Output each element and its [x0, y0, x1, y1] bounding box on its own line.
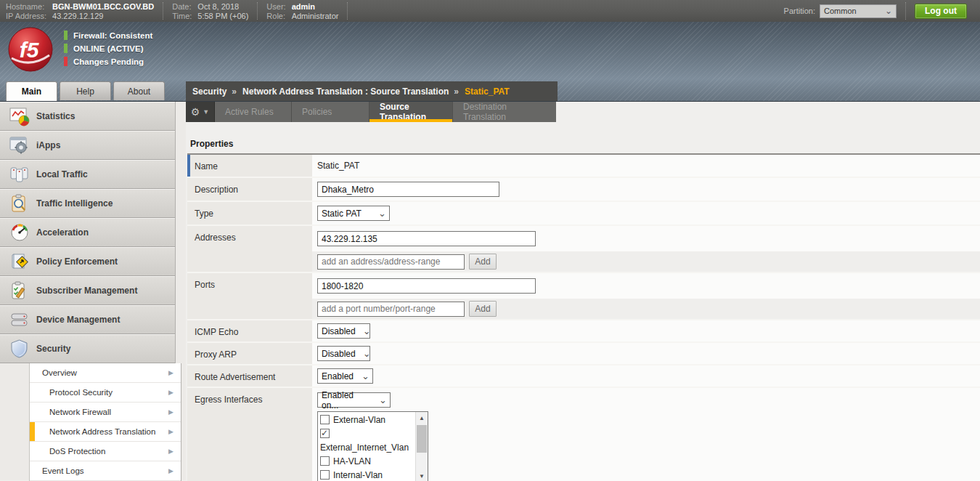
ports-field[interactable]: [317, 278, 536, 294]
sidebar-item-traffic-intelligence[interactable]: Traffic Intelligence: [0, 189, 175, 218]
form-row-description: Description: [187, 178, 980, 202]
checkbox[interactable]: [320, 470, 330, 480]
chevron-down-icon: ⌄: [363, 351, 371, 357]
tab-policies[interactable]: Policies: [292, 102, 369, 122]
submenu-item-overview[interactable]: Overview ▶: [30, 363, 181, 383]
addresses-label: Addresses: [187, 226, 312, 272]
traffic-intelligence-icon: [9, 193, 30, 214]
chevron-right-icon: ▶: [168, 467, 173, 474]
sidebar-item-device-management[interactable]: Device Management: [0, 305, 175, 334]
checkbox[interactable]: [320, 429, 330, 438]
properties-form: Name Static_PAT Description Type Static …: [187, 155, 980, 481]
security-submenu: Overview ▶ Protocol Security ▶ Network F…: [29, 363, 181, 481]
vlan-option-ha-vlan[interactable]: HA-VLAN: [320, 455, 415, 469]
submenu-item-protocol-security[interactable]: Protocol Security ▶: [30, 383, 181, 403]
sidebar-item-statistics[interactable]: Statistics: [0, 102, 175, 131]
chevron-right-icon: ▶: [168, 389, 173, 396]
online-status: ONLINE (ACTIVE): [73, 44, 143, 53]
tab-source-translation[interactable]: Source Translation: [369, 102, 453, 122]
breadcrumb-section[interactable]: Security: [192, 86, 226, 97]
statistics-chart-icon: [9, 106, 30, 126]
checkbox[interactable]: [320, 415, 330, 424]
sidebar-item-iapps[interactable]: iApps: [0, 131, 175, 160]
changes-pending-status[interactable]: Changes Pending: [73, 57, 144, 66]
sidebar-item-acceleration[interactable]: Acceleration: [0, 218, 175, 247]
breadcrumb-current: Static_PAT: [465, 86, 510, 97]
chevron-down-icon: ⌄: [378, 211, 386, 217]
vlan-option-external-vlan[interactable]: External-Vlan: [320, 413, 415, 427]
icmp-echo-selected-value: Disabled: [322, 326, 356, 336]
divider: [905, 2, 906, 20]
tab-destination-translation[interactable]: Destination Translation: [453, 102, 556, 122]
time-value: 5:58 PM (+06): [197, 12, 248, 20]
tab-about[interactable]: About: [113, 81, 165, 100]
role-label: Role:: [266, 12, 285, 20]
egress-interfaces-select[interactable]: Enabled on... ⌄: [317, 392, 391, 408]
breadcrumb-separator: »: [454, 86, 460, 97]
add-address-button[interactable]: Add: [469, 254, 497, 270]
add-port-input[interactable]: [317, 302, 465, 317]
listbox-scrollbar[interactable]: ▲ ▼: [415, 412, 428, 481]
tab-active-rules[interactable]: Active Rules: [215, 102, 292, 122]
svg-text:f5: f5: [20, 38, 40, 62]
sidebar-item-label: Policy Enforcement: [36, 256, 118, 267]
sidebar-item-label: Local Traffic: [36, 169, 88, 179]
icmp-echo-select[interactable]: Disabled ⌄: [317, 323, 370, 339]
checkbox[interactable]: [320, 456, 330, 466]
content-area: ⚙ ▼ Active Rules Policies Source Transla…: [186, 102, 980, 480]
logout-button[interactable]: Log out: [915, 4, 967, 19]
submenu-item-network-firewall[interactable]: Network Firewall ▶: [30, 403, 181, 422]
type-select[interactable]: Static PAT ⌄: [317, 206, 390, 221]
submenu-item-event-logs[interactable]: Event Logs ▶: [30, 461, 181, 481]
submenu-item-dos-protection[interactable]: DoS Protection ▶: [30, 442, 181, 461]
route-advertisement-select[interactable]: Enabled ⌄: [317, 368, 373, 384]
add-port-button[interactable]: Add: [469, 301, 497, 317]
add-address-input[interactable]: [317, 254, 465, 270]
partition-select[interactable]: Common ⌄: [820, 4, 897, 18]
sidebar-item-label: Acceleration: [36, 227, 89, 238]
tab-help[interactable]: Help: [60, 81, 111, 100]
subscriber-management-icon: [9, 280, 30, 301]
role-value: Administrator: [292, 12, 339, 20]
scroll-down-icon[interactable]: ▼: [416, 470, 428, 481]
host-info: Hostname: BGN-BWM01.BCC.GOV.BD IP Addres…: [6, 1, 154, 22]
header-banner: f5 Firewall: Consistent ONLINE (ACTIVE) …: [0, 22, 980, 102]
proxy-arp-label: Proxy ARP: [187, 343, 312, 364]
sidebar-item-subscriber-management[interactable]: Subscriber Management: [0, 276, 175, 305]
name-value: Static_PAT: [317, 161, 980, 171]
tab-main[interactable]: Main: [6, 81, 57, 101]
scrollbar-track[interactable]: [416, 424, 428, 470]
name-label: Name: [187, 155, 312, 177]
divider: [163, 2, 163, 20]
form-row-type: Type Static PAT ⌄: [187, 202, 980, 226]
section-tabstrip: ⚙ ▼ Active Rules Policies Source Transla…: [186, 102, 558, 122]
top-bar: Hostname: BGN-BWM01.BCC.GOV.BD IP Addres…: [0, 0, 980, 22]
breadcrumb-separator: »: [232, 86, 237, 97]
gear-icon: ⚙: [191, 107, 200, 117]
scroll-up-icon[interactable]: ▲: [416, 412, 428, 424]
status-indicator-green: [64, 44, 68, 53]
sidebar-item-policy-enforcement[interactable]: Policy Enforcement: [0, 247, 175, 276]
sidebar-item-label: Device Management: [36, 315, 120, 325]
date-label: Date:: [172, 2, 192, 11]
sidebar-item-security[interactable]: Security: [0, 334, 175, 363]
acceleration-gauge-icon: [9, 222, 30, 243]
sidebar-item-local-traffic[interactable]: Local Traffic: [0, 160, 175, 189]
form-row-egress-interfaces: Egress Interfaces Enabled on... ⌄ Extern…: [187, 388, 980, 481]
egress-vlan-listbox: External-Vlan External_Internet_Vlan HA-…: [317, 411, 428, 481]
ip-value: 43.229.12.129: [52, 12, 154, 20]
vlan-option-internal-vlan[interactable]: Internal-Vlan: [320, 469, 415, 481]
divider: [257, 2, 258, 20]
options-gear-button[interactable]: ⚙ ▼: [186, 102, 215, 122]
device-status-list: Firewall: Consistent ONLINE (ACTIVE) Cha…: [64, 31, 152, 70]
scrollbar-thumb[interactable]: [417, 425, 427, 453]
date-info: Date: Oct 8, 2018 Time: 5:58 PM (+06): [172, 1, 248, 22]
divider: [347, 2, 348, 20]
proxy-arp-select[interactable]: Disabled ⌄: [317, 346, 370, 361]
submenu-item-network-address-translation[interactable]: Network Address Translation ▶: [30, 422, 181, 442]
status-row: Changes Pending: [64, 57, 152, 66]
description-field[interactable]: [317, 182, 499, 197]
date-value: Oct 8, 2018: [197, 2, 248, 11]
addresses-field[interactable]: [317, 231, 536, 246]
vlan-option-external-internet-vlan[interactable]: External_Internet_Vlan: [320, 427, 415, 455]
